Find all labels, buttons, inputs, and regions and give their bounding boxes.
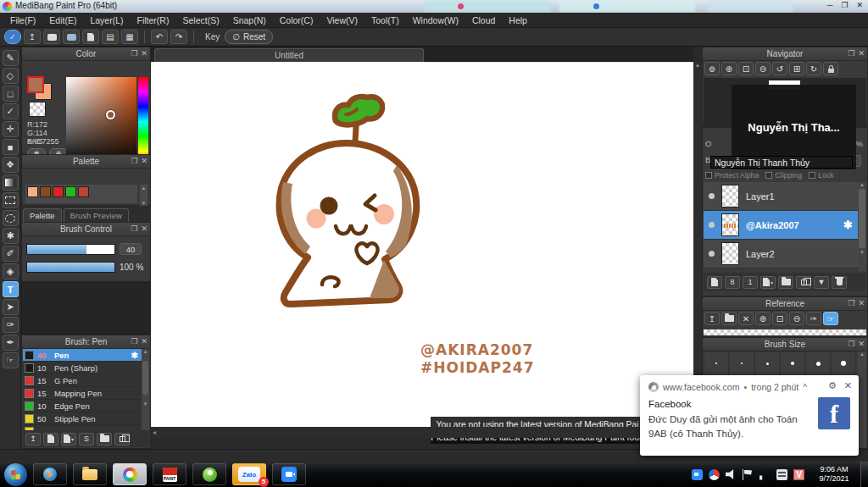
palette-swatch[interactable] [78,186,89,197]
close-button[interactable]: ✕ [856,1,863,9]
palette-swatch[interactable] [40,186,51,197]
menu-layerl[interactable]: Layer(L) [83,14,130,27]
ref-zoom-in-button[interactable]: ⊕ [755,312,771,325]
hue-bar[interactable] [138,77,148,166]
popout-icon[interactable]: ❐ [848,297,854,310]
ref-hand-button[interactable]: ☞ [823,312,838,325]
layer-duplicate-button[interactable] [796,276,811,289]
menu-filef[interactable]: File(F) [3,14,42,27]
zoom-in-button[interactable]: ⊕ [721,62,737,75]
canvas-surface[interactable]: @AKIRA2007 #HOIDAP247 You are not using … [151,62,693,438]
move-tool[interactable]: ✛ [3,121,19,137]
hand-tool[interactable]: ☞ [3,352,19,368]
ref-clear-button[interactable]: ✕ [738,312,754,325]
popout-icon[interactable]: ❐ [131,47,137,60]
taskbar-file-explorer[interactable] [73,463,107,485]
ref-eyedropper-button[interactable]: ✑ [806,312,821,325]
rotate-left-button[interactable]: ↺ [772,62,787,75]
layer-new-button[interactable] [707,276,722,289]
fit-screen-button[interactable]: ⊞ [789,62,804,75]
reset-rotation-button[interactable]: ↻ [806,62,821,75]
layer-trash-button[interactable] [832,276,847,289]
layer-row[interactable]: @Akira2007✱ [704,211,858,240]
popout-icon[interactable]: ❐ [131,335,137,348]
layer-add-menu-button[interactable]: ▾ [760,276,776,289]
layer-checkbox-lock[interactable]: Lock [809,171,834,180]
facebook-notification[interactable]: www.facebook.com • trong 2 phút ^ ⚙ ✕ Fa… [640,375,859,456]
palette-swatch[interactable] [65,186,76,197]
menu-colorc[interactable]: Color(C) [273,14,320,27]
taskbar-media-player[interactable]: ▶ [33,463,67,485]
select-eraser-tool[interactable]: ◈ [3,263,19,279]
layer-visibility-icon[interactable] [709,222,715,228]
document-tab[interactable]: Untitled [154,48,424,62]
reset-button[interactable]: ∅ Reset [225,30,273,44]
menu-toolt[interactable]: Tool(T) [364,14,406,27]
tab-brush-preview[interactable]: Brush Preview [64,208,129,222]
comment-filled-button[interactable] [63,30,80,44]
fill-rect-tool[interactable]: ■ [3,139,19,155]
menu-help[interactable]: Help [502,14,534,27]
brush-tool[interactable]: ✎ [3,50,19,66]
taskbar-clock[interactable]: 9:06 AM 9/7/2021 [811,465,857,484]
brush-new-button[interactable] [43,433,58,445]
pixel-grid-button[interactable]: ▦ [121,30,138,44]
brush-upload-button[interactable]: ↥ [25,433,41,445]
minimize-button[interactable]: ─ [827,1,832,9]
close-panel-icon[interactable]: ✕ [141,223,147,235]
menu-cloud[interactable]: Cloud [465,14,502,27]
menu-windoww[interactable]: Window(W) [406,14,465,27]
select-pen-tool[interactable]: ✐ [3,246,19,262]
brush-row[interactable]: 15G Pen [23,374,142,387]
operation-tool[interactable]: ➤ [3,299,19,315]
close-panel-icon[interactable]: ✕ [858,47,865,60]
transparent-color-swatch[interactable] [29,102,46,117]
show-desktop-button[interactable] [860,462,868,487]
brush-row[interactable]: 10Edge Pen [23,400,142,412]
saturation-cursor[interactable] [106,110,115,119]
tray-network-icon[interactable] [760,469,771,480]
brush-size-value[interactable]: 40 [120,243,142,255]
ref-fit-button[interactable]: ⊡ [772,312,787,325]
layout-panel-button[interactable]: ▤ [102,30,119,44]
taskbar-jump-paint[interactable]: PAINT [153,463,186,485]
undo-button[interactable]: ↶ [151,30,168,44]
taskbar-green-paint-app[interactable] [192,463,226,485]
layer-new-1bit-button[interactable]: 1 [743,276,758,289]
brush-size-cell[interactable] [805,351,831,375]
brush-row[interactable]: 50Stipple Pen [23,412,142,425]
layer-settings-icon[interactable]: ✱ [843,219,853,231]
figure-tool[interactable]: □ [3,86,19,102]
share-button[interactable]: ↥ [24,30,41,44]
palette-swatch[interactable] [27,186,38,197]
menu-edite[interactable]: Edit(E) [42,14,83,27]
saturation-picker[interactable] [66,77,136,166]
popout-icon[interactable]: ❐ [131,155,137,168]
ref-zoom-out-button[interactable]: ⊖ [789,312,804,325]
layer-folder-button[interactable] [778,276,793,289]
popout-icon[interactable]: ❐ [848,47,854,60]
layer-checkbox-clipping[interactable]: Clipping [765,171,802,180]
brush-size-cell[interactable] [729,351,754,375]
menu-viewv[interactable]: View(V) [320,14,364,27]
eyedropper-tool[interactable]: ✑ [3,317,19,333]
layer-new-8bit-button[interactable]: 8 [725,276,740,289]
bucket-tool[interactable]: ❖ [3,157,19,173]
menu-snapn[interactable]: Snap(N) [226,14,273,27]
layer-row[interactable]: Layer2 [704,240,858,268]
brush-size-cell[interactable] [704,351,729,375]
tray-ime-icon[interactable] [776,469,787,480]
brush-row[interactable]: 40Pen✱ [23,349,142,362]
lock-button[interactable] [823,62,838,75]
canvas-hscrollbar[interactable]: ◂▸ [151,427,702,438]
snap-tool[interactable]: ✓ [3,103,19,119]
notification-settings-icon[interactable]: ⚙ [828,380,837,391]
brush-size-cell[interactable] [780,351,805,375]
brush-size-scrollbar[interactable]: ▲ [858,351,866,447]
taskbar-zoom[interactable] [272,463,306,485]
magic-wand-tool[interactable]: ✱ [3,228,19,244]
ref-upload-button[interactable]: ↥ [704,312,720,325]
taskbar-zalo[interactable]: Zalo5 [232,463,266,485]
zoom-actual-button[interactable]: ⊚ [704,62,720,75]
palette-swatch[interactable] [53,186,64,197]
